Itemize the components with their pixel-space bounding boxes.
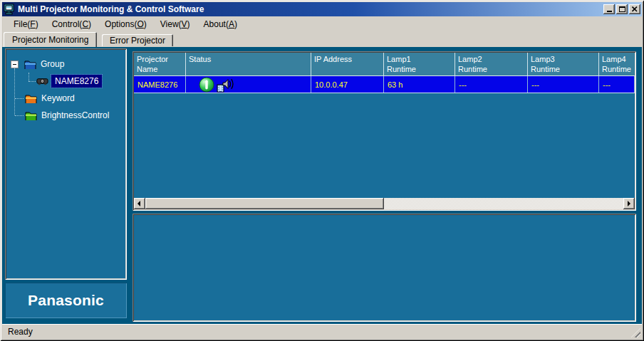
projector-table-panel: ProjectorName Status IP Address Lamp1Run…: [133, 51, 636, 211]
detail-panel: [133, 214, 636, 322]
menu-file[interactable]: File(F): [8, 18, 44, 31]
resize-grip-icon[interactable]: [631, 328, 640, 337]
cell-lamp3-runtime: ---: [528, 76, 599, 93]
tree-item-label: BrightnessControl: [41, 110, 109, 120]
menubar: File(F) Control(C) Options(O) View(V) Ab…: [2, 17, 642, 31]
tree-item-label: Group: [41, 59, 64, 69]
group-tree: Group NAME8276: [6, 50, 125, 278]
brand-panel: Panasonic: [5, 283, 127, 318]
column-header-ip-address[interactable]: IP Address: [311, 53, 384, 75]
tree-item-keyword[interactable]: Keyword: [6, 90, 125, 107]
tree-item-projector[interactable]: NAME8276: [6, 73, 125, 90]
titlebar[interactable]: Multi Projector Monitoring & Control Sof…: [2, 2, 642, 16]
power-on-icon: [199, 77, 214, 93]
folder-blue-icon: [24, 59, 36, 69]
scrollbar-track[interactable]: [384, 198, 623, 209]
scroll-left-button[interactable]: [134, 198, 145, 209]
column-header-projector-name[interactable]: ProjectorName: [134, 53, 186, 75]
cell-lamp4-runtime: ---: [599, 76, 635, 93]
tree-item-label-selected[interactable]: NAME8276: [51, 75, 102, 88]
tree-item-label: Keyword: [41, 93, 75, 103]
tab-error-projector[interactable]: Error Projector: [102, 34, 173, 46]
brand-logo: Panasonic: [28, 292, 104, 309]
arrow-right-icon: [628, 201, 630, 206]
tree-item-group[interactable]: Group: [6, 56, 125, 73]
folder-green-icon: [25, 110, 37, 120]
scroll-right-button[interactable]: [623, 198, 635, 209]
app-icon: [4, 4, 15, 15]
table-empty-area: [134, 93, 635, 198]
cell-projector-name: NAME8276: [134, 76, 186, 93]
status-text: Ready: [8, 327, 33, 337]
cell-lamp1-runtime: 63 h: [384, 76, 455, 93]
cell-ip-address: 10.0.0.47: [311, 76, 384, 93]
close-button[interactable]: [629, 4, 640, 14]
folder-orange-icon: [25, 93, 37, 103]
menu-view[interactable]: View(V): [155, 18, 196, 31]
speaker-icon: [217, 77, 234, 93]
maximize-icon: [619, 6, 625, 12]
minimize-button[interactable]: [603, 4, 615, 14]
scrollbar-thumb[interactable]: [145, 198, 384, 209]
cell-status: [186, 76, 311, 93]
maximize-button[interactable]: [616, 4, 628, 14]
minimize-icon: [607, 11, 612, 12]
close-icon: [632, 6, 638, 12]
tab-bar: Projector Monitoring Error Projector: [2, 31, 642, 47]
arrow-left-icon: [137, 201, 140, 206]
collapse-minus-icon[interactable]: [11, 61, 19, 68]
column-header-lamp4-runtime[interactable]: Lamp4Runtime: [599, 53, 635, 75]
column-header-lamp2-runtime[interactable]: Lamp2Runtime: [455, 53, 528, 75]
menu-options[interactable]: Options(O): [99, 18, 152, 31]
tab-projector-monitoring[interactable]: Projector Monitoring: [4, 32, 97, 47]
projector-icon: [36, 76, 48, 86]
column-header-lamp3-runtime[interactable]: Lamp3Runtime: [528, 53, 599, 75]
h-scrollbar[interactable]: [134, 198, 635, 209]
menu-control[interactable]: Control(C): [46, 18, 97, 31]
app-window: Multi Projector Monitoring & Control Sof…: [0, 0, 644, 341]
tree-item-brightnesscontrol[interactable]: BrightnessControl: [6, 107, 125, 124]
column-header-status[interactable]: Status: [186, 53, 311, 75]
window-title: Multi Projector Monitoring & Control Sof…: [18, 4, 602, 14]
table-row[interactable]: NAME8276: [134, 76, 635, 93]
client-area: Group NAME8276: [2, 47, 642, 324]
menu-about[interactable]: About(A): [198, 18, 243, 31]
group-tree-panel: Group NAME8276: [5, 48, 127, 280]
cell-lamp2-runtime: ---: [455, 76, 528, 93]
column-header-lamp1-runtime[interactable]: Lamp1Runtime: [384, 53, 455, 75]
table-header-row: ProjectorName Status IP Address Lamp1Run…: [134, 53, 635, 76]
status-bar: Ready: [2, 324, 642, 339]
